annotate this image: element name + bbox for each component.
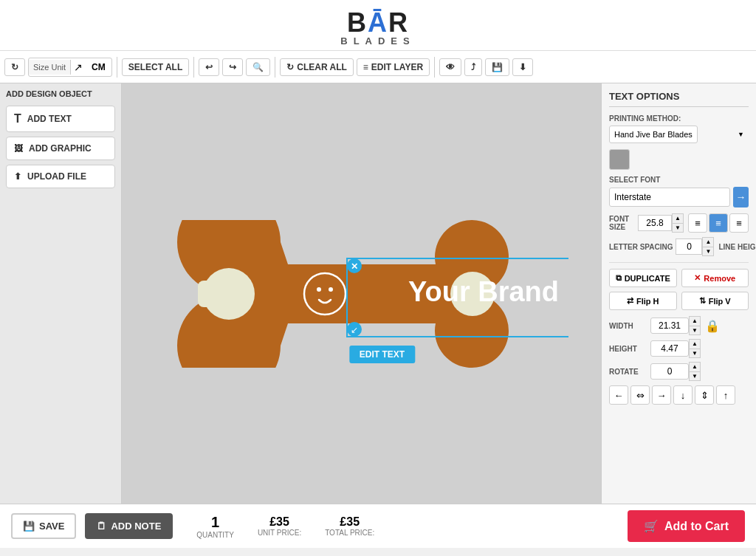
font-browse-button[interactable]: → <box>733 187 749 207</box>
align-right-button[interactable]: ≡ <box>729 213 749 233</box>
letter-spacing-group: LETTER SPACING ▲ ▼ <box>609 237 714 256</box>
visibility-button[interactable]: 👁 <box>439 58 461 76</box>
align-left-button[interactable]: ≡ <box>688 213 707 233</box>
logo-accent: Ā <box>368 7 388 38</box>
edit-layer-label: EDIT LAYER <box>371 62 423 72</box>
right-panel: TEXT OPTIONS PRINTING METHOD: Hand Jive … <box>601 83 756 504</box>
canvas-area: ✕ ↻ ↙ ↗ Your Brand EDIT TEXT <box>122 83 601 504</box>
color-swatch[interactable] <box>609 149 630 170</box>
lock-icon[interactable]: 🔒 <box>705 319 720 333</box>
remove-icon: ✕ <box>694 273 701 283</box>
svg-text:✕: ✕ <box>351 261 358 272</box>
rotate-up[interactable]: ▲ <box>689 362 701 371</box>
save-button[interactable]: 💾 SAVE <box>11 513 76 539</box>
separator <box>434 57 435 78</box>
redo-button[interactable]: ↪ <box>222 58 243 76</box>
undo-icon: ↩ <box>205 62 213 72</box>
add-text-button[interactable]: T ADD TEXT <box>6 106 115 132</box>
arrow-down-button[interactable]: ↓ <box>673 385 693 405</box>
remove-label: Remove <box>704 274 735 283</box>
flip-v-button[interactable]: ⇅ Flip V <box>681 292 749 310</box>
font-size-down[interactable]: ▼ <box>672 223 684 233</box>
font-size-label: FONT SIZE <box>609 215 633 231</box>
arrow-center-v-button[interactable]: ⇕ <box>695 385 714 405</box>
rotate-input[interactable] <box>650 363 689 380</box>
upload-file-label: UPLOAD FILE <box>27 171 86 182</box>
add-text-label: ADD TEXT <box>27 114 72 124</box>
refresh-button[interactable]: ↻ <box>4 58 25 76</box>
printing-method-select[interactable]: Hand Jive Bar Blades <box>609 126 698 143</box>
add-note-label: ADD NOTE <box>111 521 161 532</box>
height-down[interactable]: ▼ <box>689 349 701 358</box>
font-size-up[interactable]: ▲ <box>672 213 684 223</box>
height-buttons: ▲ ▼ <box>689 339 701 358</box>
arrow-center-h-button[interactable]: ⇔ <box>630 385 650 405</box>
font-size-input[interactable] <box>638 215 672 231</box>
size-unit-value: CM <box>86 59 111 75</box>
svg-point-5 <box>329 287 333 292</box>
arrow-left-button[interactable]: ← <box>609 385 628 405</box>
layers-icon: ≡ <box>363 62 368 72</box>
arrow-right-button[interactable]: → <box>652 385 671 405</box>
line-height-group: LINE HEIGHT ▲ ▼ <box>718 237 756 256</box>
flip-v-icon: ⇅ <box>699 296 706 306</box>
printing-method-row: Hand Jive Bar Blades <box>609 126 749 143</box>
align-right-icon: ≡ <box>736 218 742 229</box>
logo: BĀR <box>0 7 756 38</box>
save-label: SAVE <box>39 521 64 532</box>
flip-v-label: Flip V <box>709 297 731 306</box>
zoom-button[interactable]: 🔍 <box>246 58 270 76</box>
clear-all-button[interactable]: ↻ CLEAR ALL <box>280 58 354 76</box>
main-layout: ADD DESIGN OBJECT T ADD TEXT 🖼 ADD GRAPH… <box>0 83 756 504</box>
upload-file-button[interactable]: ⬆ UPLOAD FILE <box>6 165 115 188</box>
undo-button[interactable]: ↩ <box>199 58 219 76</box>
flip-h-button[interactable]: ⇄ Flip H <box>609 292 677 310</box>
arrow-down-icon: ↓ <box>681 390 686 401</box>
opener-container: ✕ ↻ ↙ ↗ Your Brand EDIT TEXT <box>155 220 568 368</box>
separator <box>117 57 117 78</box>
arrow-up-button[interactable]: ↑ <box>716 385 735 405</box>
height-stepper: ▲ ▼ <box>650 339 701 358</box>
width-up[interactable]: ▲ <box>689 316 701 326</box>
letter-spacing-input[interactable] <box>676 238 702 255</box>
upload-icon: ⬆ <box>14 171 21 182</box>
save-cloud-icon: 💾 <box>492 62 503 72</box>
duplicate-button[interactable]: ⧉ DUPLICATE <box>609 269 677 287</box>
download-button[interactable]: ⬇ <box>512 58 533 76</box>
arrow-up-icon: ↑ <box>724 390 729 401</box>
quantity-info: 1 QUANTITY <box>196 514 234 539</box>
width-input[interactable] <box>650 318 689 334</box>
text-icon: T <box>14 112 21 126</box>
font-input[interactable] <box>609 188 730 207</box>
remove-button[interactable]: ✕ Remove <box>681 269 749 287</box>
font-size-stepper-buttons: ▲ ▼ <box>672 213 684 233</box>
rotate-buttons: ▲ ▼ <box>689 362 701 381</box>
center-h-icon: ⇔ <box>636 390 645 401</box>
flip-h-icon: ⇄ <box>627 296 633 306</box>
add-note-button[interactable]: 🗒 ADD NOTE <box>85 513 173 539</box>
edit-layer-button[interactable]: ≡ EDIT LAYER <box>357 58 430 76</box>
height-up[interactable]: ▲ <box>689 339 701 349</box>
width-stepper: ▲ ▼ <box>650 316 701 335</box>
edit-text-tooltip[interactable]: EDIT TEXT <box>349 346 415 363</box>
rotate-down[interactable]: ▼ <box>689 371 701 381</box>
logo-subtitle: BLADES <box>0 35 756 47</box>
note-icon: 🗒 <box>97 521 106 532</box>
letter-spacing-label: LETTER SPACING <box>609 243 673 251</box>
svg-rect-2 <box>198 281 219 307</box>
save-cloud-button[interactable]: 💾 <box>485 58 509 76</box>
width-down[interactable]: ▼ <box>689 326 701 335</box>
letter-spacing-up[interactable]: ▲ <box>702 237 714 247</box>
svg-point-4 <box>317 287 321 292</box>
print-select-wrapper: Hand Jive Bar Blades <box>609 126 749 143</box>
align-left-icon: ≡ <box>695 218 701 229</box>
share-button[interactable]: ⤴ <box>464 58 482 76</box>
total-price-info: £35 TOTAL PRICE: <box>325 515 374 537</box>
height-input[interactable] <box>650 340 689 357</box>
align-center-button[interactable]: ≡ <box>709 213 728 233</box>
add-to-cart-button[interactable]: 🛒 Add to Cart <box>628 510 745 542</box>
separator <box>193 57 194 78</box>
letter-spacing-down[interactable]: ▼ <box>702 247 714 256</box>
select-all-button[interactable]: SELECT ALL <box>122 58 190 76</box>
add-graphic-button[interactable]: 🖼 ADD GRAPHIC <box>6 137 115 160</box>
